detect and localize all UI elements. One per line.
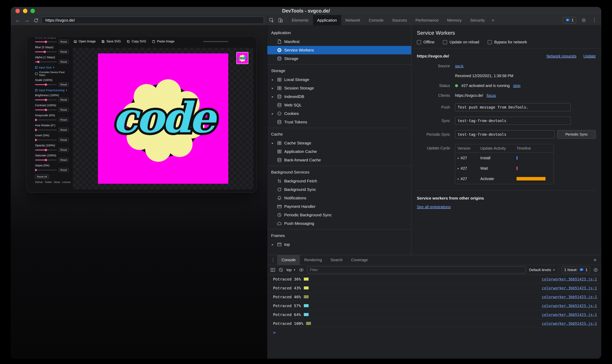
version-cell[interactable]: ▸#27 xyxy=(457,166,480,171)
source-link[interactable]: colorworker.3bb51423.js:1 xyxy=(542,295,597,299)
sidebar-item-payment-handler[interactable]: ▸Payment Handler xyxy=(267,202,411,211)
context-selector[interactable]: top ▼ xyxy=(286,268,296,272)
sidebar-item-local-storage[interactable]: ▸Local Storage xyxy=(267,75,411,84)
slider-track[interactable] xyxy=(35,160,57,160)
update-link[interactable]: Update xyxy=(584,54,596,58)
device-toolbar-button[interactable] xyxy=(276,15,285,25)
footer-links[interactable]: GitHub · Twitter · About · License xyxy=(35,181,71,183)
live-expression-button[interactable] xyxy=(299,267,304,273)
group-input-preprocessing[interactable]: Input Preprocessing▾ xyxy=(35,89,71,92)
more-tabs-button[interactable]: » xyxy=(489,15,497,25)
see-all-registrations-link[interactable]: See all registrations xyxy=(417,205,451,209)
version-cell[interactable]: ▸#27 xyxy=(457,156,480,160)
slider-track[interactable] xyxy=(35,62,57,62)
save-svg-button[interactable]: Save SVG xyxy=(101,40,121,43)
slider-track[interactable] xyxy=(35,41,57,42)
drawer-tab-console[interactable]: Console xyxy=(277,255,300,265)
sidebar-item-application-cache[interactable]: ▸Application Cache xyxy=(267,147,411,156)
slider-knob[interactable] xyxy=(35,169,37,171)
stop-link[interactable]: stop xyxy=(513,83,521,88)
reset-button[interactable]: Reset xyxy=(59,40,69,44)
reset-all-button[interactable]: Reset All xyxy=(35,174,49,179)
version-cell[interactable]: ▸#27 xyxy=(457,177,480,181)
reset-button[interactable]: Reset xyxy=(59,158,69,162)
console-settings-button[interactable] xyxy=(593,267,598,273)
close-window-button[interactable] xyxy=(15,9,20,13)
sidebar-item-back-forward-cache[interactable]: ▸Back-forward Cache xyxy=(267,156,411,164)
checkbox[interactable] xyxy=(488,40,492,44)
close-drawer-button[interactable]: × xyxy=(590,255,600,265)
sidebar-item-background-fetch[interactable]: ▸Background Fetch xyxy=(267,177,411,185)
tab-performance[interactable]: Performance xyxy=(411,15,443,25)
reset-button[interactable]: Reset xyxy=(59,108,69,112)
sidebar-item-cookies[interactable]: ▸Cookies xyxy=(267,109,411,118)
slider-knob[interactable] xyxy=(35,129,37,131)
sidebar-item-web-sql[interactable]: ▸Web SQL xyxy=(267,101,411,109)
slider-knob[interactable] xyxy=(45,99,47,101)
drawer-tab-rendering[interactable]: Rendering xyxy=(300,255,326,265)
issues-counter-button[interactable]: 1 xyxy=(563,17,576,24)
sidebar-item-session-storage[interactable]: ▸Session Storage xyxy=(267,84,411,92)
checkbox[interactable] xyxy=(417,40,421,44)
slider-knob[interactable] xyxy=(45,83,47,86)
reset-button[interactable]: Reset xyxy=(59,148,69,152)
sidebar-item-storage[interactable]: ▸Storage xyxy=(267,54,411,63)
sidebar-item-top[interactable]: ▸top xyxy=(267,240,411,249)
sync-input[interactable] xyxy=(455,117,571,125)
zoom-window-button[interactable] xyxy=(30,9,35,13)
source-link[interactable]: colorworker.3bb51423.js:1 xyxy=(542,321,597,326)
focus-link[interactable]: focus xyxy=(487,93,496,98)
periodic-sync-input[interactable] xyxy=(455,130,555,138)
settings-button[interactable] xyxy=(579,18,588,23)
paste-image-button[interactable]: Paste Image xyxy=(152,40,174,43)
checkbox-update-on-reload[interactable]: Update on reload xyxy=(443,40,479,44)
reset-button[interactable]: Reset xyxy=(59,168,69,172)
reset-button[interactable]: Reset xyxy=(59,82,69,87)
clear-console-button[interactable] xyxy=(278,267,284,273)
group-input-size[interactable]: Input Size▾ xyxy=(35,66,71,69)
tab-application[interactable]: Application xyxy=(313,15,341,25)
source-link[interactable]: colorworker.3bb51423.js:1 xyxy=(542,304,597,308)
tab-console[interactable]: Console xyxy=(365,15,388,25)
sidebar-item-background-sync[interactable]: ▸Background Sync xyxy=(267,185,411,194)
console-issues-button[interactable]: 1 Issue: 1 xyxy=(562,267,590,273)
sidebar-item-cache-storage[interactable]: ▸Cache Storage xyxy=(267,139,411,147)
url-bar[interactable]: https://svgco.de/ xyxy=(42,17,264,24)
forward-button[interactable]: → xyxy=(23,17,30,24)
reset-button[interactable]: Reset xyxy=(59,138,69,142)
reset-button[interactable]: Reset xyxy=(59,60,69,64)
sidebar-item-push-messaging[interactable]: ▸Push Messaging xyxy=(267,219,411,228)
minimize-window-button[interactable] xyxy=(23,9,27,13)
tab-security[interactable]: Security xyxy=(466,15,489,25)
slider-knob[interactable] xyxy=(45,41,47,43)
checkbox-bypass-for-network[interactable]: Bypass for network xyxy=(488,40,527,44)
slider-knob[interactable] xyxy=(45,109,47,111)
sidebar-item-trust-tokens[interactable]: ▸Trust Tokens xyxy=(267,118,411,126)
tab-elements[interactable]: Elements xyxy=(287,15,313,25)
slider-knob[interactable] xyxy=(45,149,47,151)
reset-button[interactable]: Reset xyxy=(59,128,69,132)
checkbox-consider-device-pixel-ratio[interactable]: Consider Device Pixel Ratio xyxy=(35,71,71,77)
slider-knob[interactable] xyxy=(35,139,37,141)
slider-track[interactable] xyxy=(35,170,57,170)
slider-knob[interactable] xyxy=(44,51,46,53)
slider-track[interactable] xyxy=(35,130,57,130)
source-file-link[interactable]: sw.js xyxy=(455,64,463,68)
slider-track[interactable] xyxy=(35,119,57,120)
slider-track[interactable] xyxy=(35,109,57,110)
sidebar-item-periodic-background-sync[interactable]: ▸Periodic Background Sync xyxy=(267,211,411,219)
console-prompt[interactable]: > xyxy=(267,328,601,337)
image-thumbnail[interactable]: code xyxy=(236,52,248,64)
inspect-element-button[interactable] xyxy=(267,15,276,25)
back-button[interactable]: ← xyxy=(14,17,21,24)
reset-button[interactable]: Reset xyxy=(59,98,69,102)
sidebar-item-manifest[interactable]: ▸Manifest xyxy=(267,37,411,46)
reset-button[interactable]: Reset xyxy=(59,118,69,122)
more-options-button[interactable]: ⋮ xyxy=(591,17,598,23)
source-link[interactable]: colorworker.3bb51423.js:1 xyxy=(542,312,597,317)
slider-track[interactable] xyxy=(35,150,57,150)
copy-svg-button[interactable]: Copy SVG xyxy=(127,40,146,43)
drawer-tab-search[interactable]: Search xyxy=(326,255,347,265)
filter-input[interactable] xyxy=(307,266,526,273)
reset-button[interactable]: Reset xyxy=(59,50,69,54)
